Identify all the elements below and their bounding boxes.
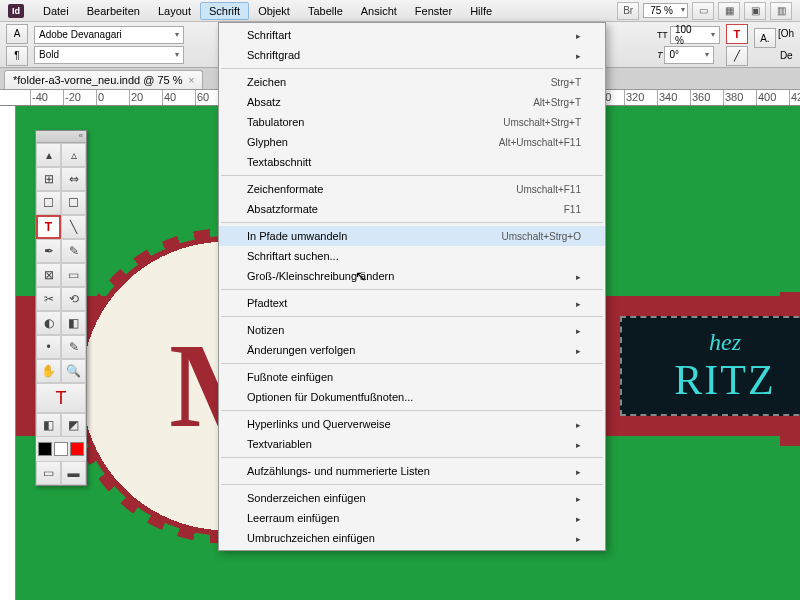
rectangle-tool[interactable]: ▭ bbox=[61, 263, 86, 287]
preview-mode[interactable]: ▬ bbox=[61, 461, 86, 485]
menu-item[interactable]: Optionen für Dokumentfußnoten... bbox=[219, 387, 605, 407]
pencil-tool[interactable]: ✎ bbox=[61, 239, 86, 263]
menu-layout[interactable]: Layout bbox=[149, 2, 200, 20]
panel-collapse-icon[interactable]: « bbox=[36, 131, 86, 143]
menu-tabelle[interactable]: Tabelle bbox=[299, 2, 352, 20]
oh-label: [Oh bbox=[778, 28, 794, 48]
menu-schrift[interactable]: Schrift bbox=[200, 2, 249, 20]
chez-text: hez bbox=[709, 329, 741, 356]
scissors-tool[interactable]: ✂ bbox=[36, 287, 61, 311]
gap-tool[interactable]: ⇔ bbox=[61, 167, 86, 191]
menu-item[interactable]: Schriftart bbox=[219, 25, 605, 45]
scale-label: TT bbox=[657, 30, 668, 40]
menu-datei[interactable]: Datei bbox=[34, 2, 78, 20]
swatch-row bbox=[36, 437, 86, 461]
tools-panel: « ▴▵⊞⇔☐☐T╲✒✎⊠▭✂⟲◐◧•✎✋🔍 T ◧ ◩ ▭ ▬ bbox=[35, 130, 87, 486]
menu-bearbeiten[interactable]: Bearbeiten bbox=[78, 2, 149, 20]
menu-item[interactable]: Aufzählungs- und nummerierte Listen bbox=[219, 461, 605, 481]
menu-item[interactable]: Änderungen verfolgen bbox=[219, 340, 605, 360]
direct-select-tool[interactable]: ▵ bbox=[61, 143, 86, 167]
selection-tool[interactable]: ▴ bbox=[36, 143, 61, 167]
de-label: De bbox=[754, 50, 794, 61]
rotate-label: T bbox=[657, 50, 663, 60]
menu-item[interactable]: Fußnote einfügen bbox=[219, 367, 605, 387]
normal-view-mode[interactable]: ▭ bbox=[36, 461, 61, 485]
a-dot-button[interactable]: A. bbox=[754, 28, 776, 48]
tab-title: *folder-a3-vorne_neu.indd @ 75 % bbox=[13, 74, 183, 86]
zoom-tool[interactable]: 🔍 bbox=[61, 359, 86, 383]
fill-text-button[interactable]: T bbox=[726, 24, 748, 44]
menu-item[interactable]: Schriftart suchen... bbox=[219, 246, 605, 266]
stroke-text-button[interactable]: ╱ bbox=[726, 46, 748, 66]
para-format-button[interactable]: ¶ bbox=[6, 46, 28, 66]
menu-item[interactable]: Umbruchzeichen einfügen bbox=[219, 528, 605, 548]
font-family-select[interactable]: Adobe Devanagari bbox=[34, 26, 184, 44]
content-collector-tool[interactable]: ☐ bbox=[36, 191, 61, 215]
default-fill-stroke[interactable]: ◩ bbox=[61, 413, 86, 437]
close-icon[interactable]: × bbox=[189, 75, 195, 86]
menu-item[interactable]: TabulatorenUmschalt+Strg+T bbox=[219, 112, 605, 132]
rectangle-frame-tool[interactable]: ⊠ bbox=[36, 263, 61, 287]
menu-objekt[interactable]: Objekt bbox=[249, 2, 299, 20]
swatch[interactable] bbox=[70, 442, 84, 456]
zoom-select[interactable]: 75 % bbox=[643, 3, 688, 18]
document-tab[interactable]: *folder-a3-vorne_neu.indd @ 75 % × bbox=[4, 70, 203, 89]
menu-item[interactable]: Notizen bbox=[219, 320, 605, 340]
transform-tool[interactable]: ⟲ bbox=[61, 287, 86, 311]
menubar: Id DateiBearbeitenLayoutSchriftObjektTab… bbox=[0, 0, 800, 22]
menu-item[interactable]: Hyperlinks und Querverweise bbox=[219, 414, 605, 434]
char-format-button[interactable]: A bbox=[6, 24, 28, 44]
menu-item[interactable]: Leerraum einfügen bbox=[219, 508, 605, 528]
menu-fenster[interactable]: Fenster bbox=[406, 2, 461, 20]
bridge-button[interactable]: Br bbox=[617, 2, 639, 20]
gradient-swatch-tool[interactable]: ◐ bbox=[36, 311, 61, 335]
type-tool-big[interactable]: T bbox=[36, 383, 86, 413]
fill-stroke-toggle[interactable]: ◧ bbox=[36, 413, 61, 437]
menu-hilfe[interactable]: Hilfe bbox=[461, 2, 501, 20]
view-mode-button-1[interactable]: ▭ bbox=[692, 2, 714, 20]
view-mode-button-2[interactable]: ▦ bbox=[718, 2, 740, 20]
rotate-select[interactable]: 0° bbox=[664, 46, 714, 64]
menu-item[interactable]: AbsatzAlt+Strg+T bbox=[219, 92, 605, 112]
ritz-text: RITZ bbox=[674, 356, 775, 404]
app-icon: Id bbox=[8, 4, 24, 18]
menu-item[interactable]: Textvariablen bbox=[219, 434, 605, 454]
menu-item[interactable]: ZeichenformateUmschalt+F11 bbox=[219, 179, 605, 199]
arrange-button[interactable]: ▥ bbox=[770, 2, 792, 20]
vertical-ruler bbox=[0, 106, 16, 600]
font-style-select[interactable]: Bold bbox=[34, 46, 184, 64]
menu-item[interactable]: Schriftgrad bbox=[219, 45, 605, 65]
screen-mode-button[interactable]: ▣ bbox=[744, 2, 766, 20]
hand-tool[interactable]: ✋ bbox=[36, 359, 61, 383]
schrift-menu: SchriftartSchriftgradZeichenStrg+TAbsatz… bbox=[218, 22, 606, 551]
gradient-feather-tool[interactable]: ◧ bbox=[61, 311, 86, 335]
menu-item[interactable]: ZeichenStrg+T bbox=[219, 72, 605, 92]
menu-item[interactable]: Pfadtext bbox=[219, 293, 605, 313]
page-tool[interactable]: ⊞ bbox=[36, 167, 61, 191]
menu-ansicht[interactable]: Ansicht bbox=[352, 2, 406, 20]
line-tool[interactable]: ╲ bbox=[61, 215, 86, 239]
menu-item[interactable]: Sonderzeichen einfügen bbox=[219, 488, 605, 508]
pen-tool[interactable]: ✒ bbox=[36, 239, 61, 263]
swatch[interactable] bbox=[38, 442, 52, 456]
selected-text-frame[interactable]: hez RITZ bbox=[620, 316, 800, 416]
type-tool[interactable]: T bbox=[36, 215, 61, 239]
menu-item[interactable]: In Pfade umwandelnUmschalt+Strg+O bbox=[219, 226, 605, 246]
eyedropper-tool[interactable]: ✎ bbox=[61, 335, 86, 359]
menu-item[interactable]: AbsatzformateF11 bbox=[219, 199, 605, 219]
content-placer-tool[interactable]: ☐ bbox=[61, 191, 86, 215]
menu-item[interactable]: Groß-/Kleinschreibung ändern bbox=[219, 266, 605, 286]
menu-item[interactable]: Textabschnitt bbox=[219, 152, 605, 172]
swatch[interactable] bbox=[54, 442, 68, 456]
menu-item[interactable]: GlyphenAlt+Umschalt+F11 bbox=[219, 132, 605, 152]
note-tool[interactable]: • bbox=[36, 335, 61, 359]
scale-select[interactable]: 100 % bbox=[670, 26, 720, 44]
